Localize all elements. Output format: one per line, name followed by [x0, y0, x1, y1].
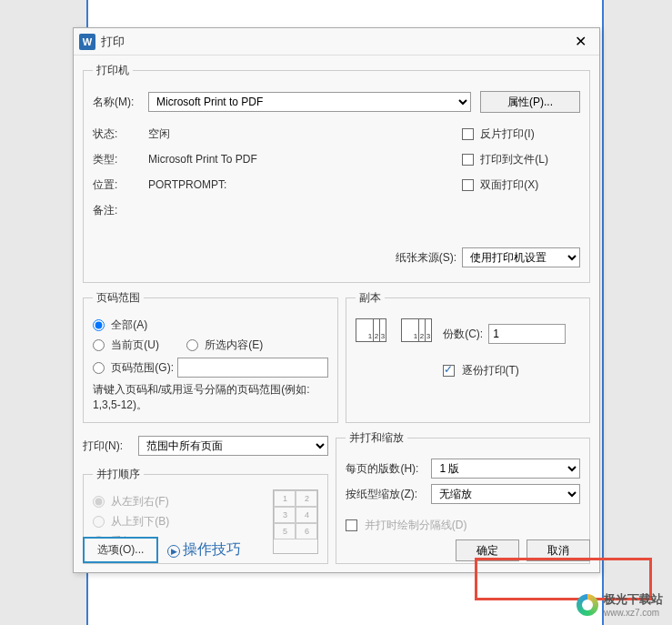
collate-preview-icon-2: 3 2 1	[401, 318, 437, 355]
type-label: 类型:	[93, 152, 143, 167]
range-pages-input[interactable]	[177, 358, 328, 378]
draw-lines-checkbox: 并打时绘制分隔线(D)	[346, 518, 466, 533]
printer-name-select[interactable]: Microsoft Print to PDF	[148, 92, 471, 112]
page-range-group: 页码范围 全部(A) 当前页(U) 所选内容(E) 页码范围(G): 请键入页码…	[83, 290, 338, 423]
print-what-label: 打印(N):	[83, 439, 133, 454]
printer-legend: 打印机	[93, 63, 133, 78]
pages-per-sheet-select[interactable]: 1 版	[431, 459, 580, 479]
app-icon: W	[79, 34, 95, 50]
copies-legend: 副本	[356, 290, 385, 306]
collate-checkbox[interactable]: 逐份打印(T)	[443, 363, 519, 378]
tips-link[interactable]: ▶操作技巧	[167, 540, 241, 559]
window-title: 打印	[101, 34, 567, 50]
order-tb-radio: 从上到下(B)	[93, 514, 169, 529]
dialog-content: 打印机 名称(M): Microsoft Print to PDF 属性(P).…	[74, 55, 599, 579]
options-button[interactable]: 选项(O)...	[83, 537, 158, 563]
range-selection-radio[interactable]: 所选内容(E)	[186, 338, 263, 353]
copies-group: 副本 3 2 1 3 2 1	[346, 290, 590, 423]
ok-button[interactable]: 确定	[456, 539, 519, 561]
watermark-logo-icon	[577, 594, 598, 616]
status-label: 状态:	[93, 126, 143, 142]
paper-source-select[interactable]: 使用打印机设置	[462, 247, 580, 267]
reverse-print-checkbox[interactable]: 反片打印(I)	[462, 126, 535, 142]
printer-group: 打印机 名称(M): Microsoft Print to PDF 属性(P).…	[83, 63, 590, 283]
range-legend: 页码范围	[93, 290, 144, 306]
range-all-radio[interactable]: 全部(A)	[93, 318, 147, 333]
info-icon: ▶	[167, 545, 180, 558]
copies-count-input[interactable]	[488, 324, 566, 344]
paper-source-label: 纸张来源(S):	[396, 250, 456, 266]
scale-legend: 并打和缩放	[346, 430, 407, 446]
pages-per-sheet-label: 每页的版数(H):	[346, 461, 426, 477]
watermark-text: 极光下载站	[604, 591, 663, 608]
print-to-file-checkbox[interactable]: 打印到文件(L)	[462, 152, 548, 167]
bottom-bar: 选项(O)... ▶操作技巧 确定 取消	[83, 537, 590, 563]
range-pages-radio[interactable]: 页码范围(G):	[93, 360, 174, 376]
order-lr-radio: 从左到右(F)	[93, 494, 169, 509]
printer-name-label: 名称(M):	[93, 95, 143, 110]
duplex-checkbox[interactable]: 双面打印(X)	[462, 177, 538, 193]
status-value: 空闲	[148, 126, 170, 142]
watermark-url: www.xz7.com	[604, 608, 663, 618]
titlebar: W 打印 ✕	[74, 28, 599, 55]
print-dialog: W 打印 ✕ 打印机 名称(M): Microsoft Print to PDF…	[73, 27, 600, 573]
copies-count-label: 份数(C):	[443, 327, 483, 342]
close-button[interactable]: ✕	[567, 29, 594, 55]
collate-preview-icon-1: 3 2 1	[356, 318, 392, 355]
scale-to-paper-label: 按纸型缩放(Z):	[346, 487, 426, 502]
cancel-button[interactable]: 取消	[527, 539, 590, 561]
comment-label: 备注:	[93, 203, 143, 218]
scale-to-paper-select[interactable]: 无缩放	[431, 484, 580, 504]
print-what-select[interactable]: 范围中所有页面	[138, 436, 328, 456]
type-value: Microsoft Print To PDF	[148, 153, 257, 166]
location-value: PORTPROMPT:	[148, 178, 226, 191]
range-current-radio[interactable]: 当前页(U)	[93, 338, 159, 353]
properties-button[interactable]: 属性(P)...	[480, 91, 580, 113]
location-label: 位置:	[93, 177, 143, 193]
order-legend: 并打顺序	[93, 467, 144, 482]
range-note: 请键入页码和/或用逗号分隔的页码范围(例如: 1,3,5-12)。	[93, 382, 328, 413]
watermark: 极光下载站 www.xz7.com	[577, 591, 663, 618]
